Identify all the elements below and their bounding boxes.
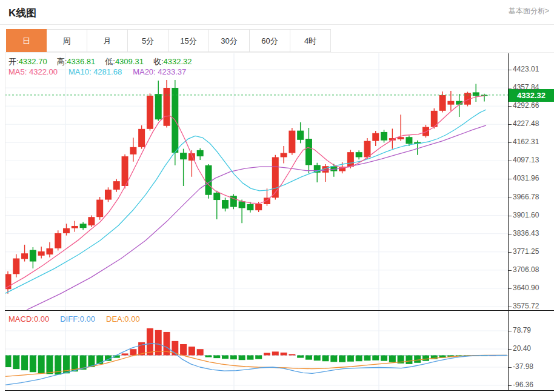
y-axis-label: 4357.84 <box>513 83 539 91</box>
tick-mark <box>509 331 512 331</box>
tab-month[interactable]: 月 <box>87 29 128 52</box>
tab-60min[interactable]: 60分 <box>250 29 290 52</box>
tab-4hour[interactable]: 4时 <box>290 29 331 52</box>
y-axis-label: 4097.13 <box>513 156 539 164</box>
y-axis-label: 3966.78 <box>513 193 539 201</box>
pane-separator <box>5 310 554 311</box>
tick-mark <box>509 349 512 350</box>
tick-mark <box>509 161 512 161</box>
tick-mark <box>509 142 512 143</box>
tab-5min[interactable]: 5分 <box>128 29 169 52</box>
y-axis-label: 4423.01 <box>513 65 539 73</box>
tick-mark <box>509 367 512 368</box>
tab-30min[interactable]: 30分 <box>209 29 250 52</box>
tick-mark <box>509 88 512 88</box>
tick-mark <box>509 179 512 179</box>
macd-axis-label: 20.40 <box>513 344 531 353</box>
dea-value: DEA:0.00 <box>106 314 140 324</box>
macd-axis-label: -96.36 <box>513 380 533 389</box>
tick-mark <box>509 252 512 253</box>
tab-day[interactable]: 日 <box>6 29 47 52</box>
tick-mark <box>509 270 512 271</box>
tick-mark <box>509 288 512 289</box>
y-axis-label: 3706.08 <box>513 265 539 274</box>
tick-mark <box>509 70 512 70</box>
fundamental-analysis-link[interactable]: 基本面分析> <box>509 6 549 16</box>
open-value: 4332.70 <box>19 57 47 66</box>
ma-legend: MA5: 4322.00MA10: 4281.68MA20: 4233.37 <box>8 67 186 76</box>
page-title: K线图 <box>8 6 36 20</box>
tabs-underline <box>5 52 554 53</box>
tab-week[interactable]: 周 <box>47 29 87 52</box>
open-label: 开: <box>8 57 19 66</box>
ma10-legend: MA10: 4281.68 <box>68 67 122 76</box>
close-value: 4332.32 <box>164 57 192 66</box>
y-axis-label: 3640.90 <box>513 284 539 292</box>
y-axis-label: 4162.31 <box>513 138 539 146</box>
y-axis-label: 3771.25 <box>513 247 539 256</box>
tick-mark <box>509 216 512 216</box>
kline-app: K线图 基本面分析> 日 周 月 5分 15分 30分 60分 4时 开:433… <box>0 0 554 392</box>
macd-value: MACD:0.00 <box>8 314 49 324</box>
tick-mark <box>509 198 512 198</box>
diff-value: DIFF:0.00 <box>60 314 95 324</box>
chart-left-border <box>5 53 5 391</box>
ma5-legend: MA5: 4322.00 <box>8 67 58 76</box>
ma20-legend: MA20: 4233.37 <box>133 67 186 76</box>
low-label: 低: <box>105 57 115 66</box>
tick-mark <box>509 385 512 386</box>
y-axis-label: 3836.43 <box>513 229 539 238</box>
y-axis-label: 3575.72 <box>513 302 539 310</box>
tick-mark <box>509 234 512 234</box>
y-axis-label: 4292.66 <box>513 101 539 110</box>
y-axis-label: 4031.96 <box>513 174 539 182</box>
macd-axis-label: -37.98 <box>513 362 533 371</box>
tab-15min[interactable]: 15分 <box>169 29 209 52</box>
close-label: 收: <box>153 57 164 66</box>
low-value: 4309.31 <box>115 57 144 66</box>
ohlc-readout: 开:4332.70高:4336.81低:4309.31收:4332.32 <box>8 56 202 67</box>
tick-mark <box>509 124 512 125</box>
macd-axis-label: 78.79 <box>513 326 531 334</box>
y-axis-label: 3901.60 <box>513 211 539 219</box>
macd-legend: MACD:0.00DIFF:0.00DEA:0.00 <box>8 314 140 324</box>
y-axis-label: 4227.48 <box>513 119 539 128</box>
high-value: 4336.81 <box>67 57 95 66</box>
candlestick-chart-plot[interactable] <box>5 53 508 391</box>
chart-bottom-border <box>5 390 554 391</box>
y-axis-line <box>508 53 509 391</box>
header-divider <box>0 24 554 25</box>
high-label: 高: <box>57 57 67 66</box>
timeframe-tabs: 日 周 月 5分 15分 30分 60分 4时 <box>6 29 331 52</box>
tick-mark <box>509 106 512 107</box>
tick-mark <box>509 307 512 307</box>
